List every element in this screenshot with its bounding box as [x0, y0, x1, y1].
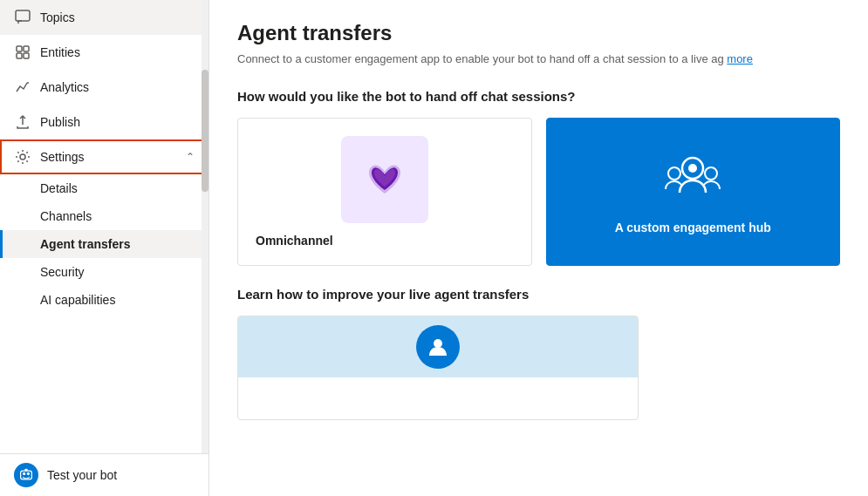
- sidebar-sub-item-details[interactable]: Details: [0, 174, 208, 202]
- svg-rect-9: [21, 471, 32, 479]
- test-your-bot-label: Test your bot: [47, 468, 117, 482]
- sidebar-sub-item-channels[interactable]: Channels: [0, 202, 208, 230]
- sidebar-label-settings: Settings: [40, 150, 85, 164]
- svg-point-15: [434, 339, 442, 348]
- learn-card[interactable]: [237, 316, 639, 420]
- sidebar-sub-label-channels: Channels: [40, 209, 92, 223]
- learn-card-image: [238, 316, 638, 377]
- subtitle-link[interactable]: more: [727, 52, 753, 65]
- sidebar-item-entities[interactable]: Entities: [0, 35, 208, 70]
- omnichannel-card[interactable]: Omnichannel: [237, 118, 532, 266]
- page-subtitle: Connect to a customer engagement app to …: [237, 51, 840, 68]
- analytics-icon: [14, 78, 31, 96]
- svg-rect-1: [17, 46, 22, 51]
- scroll-thumb[interactable]: [202, 70, 208, 192]
- main-content: Agent transfers Connect to a customer en…: [209, 0, 868, 496]
- settings-icon: [14, 148, 31, 166]
- sidebar-sub-label-agent-transfers: Agent transfers: [40, 237, 130, 251]
- sidebar-sub-label-ai-capabilities: AI capabilities: [40, 293, 115, 307]
- subtitle-text: Connect to a customer engagement app to …: [237, 52, 724, 65]
- sidebar-label-analytics: Analytics: [40, 80, 89, 94]
- sidebar-nav: Topics Entities: [0, 0, 208, 314]
- entities-icon: [14, 44, 31, 61]
- svg-point-5: [20, 154, 25, 160]
- svg-point-6: [23, 472, 25, 475]
- chevron-up-icon: ⌃: [186, 151, 195, 163]
- sidebar-label-publish: Publish: [40, 115, 80, 129]
- svg-point-7: [27, 472, 30, 475]
- svg-rect-2: [24, 46, 29, 51]
- omnichannel-logo-container: [341, 136, 428, 223]
- sidebar-item-settings[interactable]: Settings ⌃: [0, 139, 208, 174]
- sidebar-sub-item-agent-transfers[interactable]: Agent transfers: [0, 230, 208, 258]
- svg-rect-3: [17, 53, 22, 58]
- section2-title: Learn how to improve your live agent tra…: [237, 287, 840, 302]
- sidebar-sub-label-security: Security: [40, 265, 85, 279]
- sidebar-item-topics[interactable]: Topics: [0, 0, 208, 35]
- omnichannel-logo: [359, 153, 411, 206]
- person-icon: [416, 325, 460, 369]
- svg-point-14: [705, 167, 717, 180]
- scroll-track: [202, 0, 208, 453]
- section1-title: How would you like the bot to hand off c…: [237, 89, 840, 104]
- sidebar-sub-item-ai-capabilities[interactable]: AI capabilities: [0, 286, 208, 314]
- svg-rect-0: [16, 10, 30, 21]
- test-your-bot-button[interactable]: Test your bot: [0, 453, 208, 496]
- sidebar: Topics Entities: [0, 0, 209, 496]
- svg-rect-4: [24, 53, 29, 58]
- svg-point-13: [668, 167, 680, 180]
- custom-hub-card[interactable]: A custom engagement hub: [546, 118, 841, 266]
- sidebar-label-topics: Topics: [40, 10, 75, 24]
- custom-hub-card-label: A custom engagement hub: [615, 221, 771, 234]
- sidebar-sub-item-security[interactable]: Security: [0, 258, 208, 286]
- sidebar-sub-label-details: Details: [40, 181, 78, 195]
- cards-row: Omnichannel A custom engagement hub: [237, 118, 840, 266]
- sidebar-item-analytics[interactable]: Analytics: [0, 70, 208, 105]
- chat-icon: [14, 9, 31, 26]
- hub-icon: [662, 149, 723, 210]
- publish-icon: [14, 113, 31, 131]
- bot-avatar: [14, 463, 38, 487]
- omnichannel-card-label: Omnichannel: [256, 234, 514, 248]
- page-title: Agent transfers: [237, 21, 840, 45]
- svg-point-12: [688, 164, 697, 173]
- sidebar-label-entities: Entities: [40, 45, 80, 59]
- sidebar-item-publish[interactable]: Publish: [0, 105, 208, 139]
